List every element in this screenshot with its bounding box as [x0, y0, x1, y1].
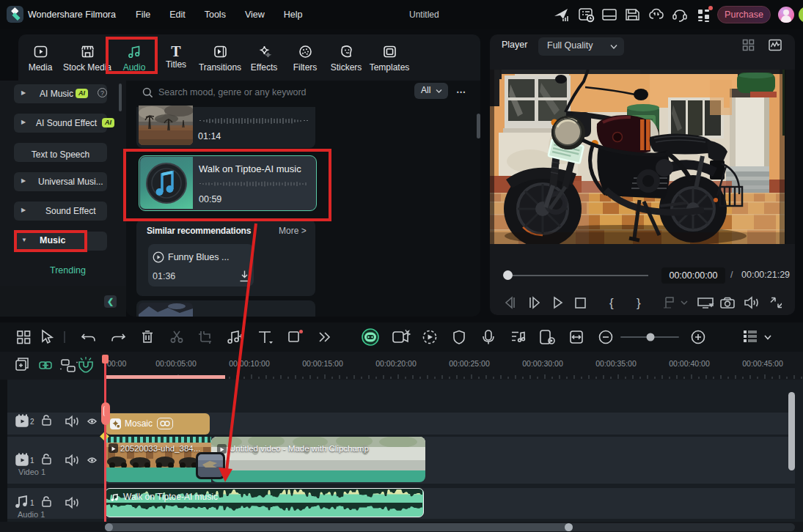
svg-text:00:00:10:00: 00:00:10:00 [229, 359, 270, 368]
svg-text:Video 1: Video 1 [18, 468, 45, 476]
svg-text:00:00: 00:00 [107, 359, 126, 368]
svg-text:Audio 1: Audio 1 [18, 510, 45, 519]
svg-text:00:00:20:00: 00:00:20:00 [375, 359, 417, 368]
svg-text:1: 1 [30, 499, 34, 507]
svg-text:1: 1 [30, 457, 34, 465]
svg-text:00:00:25:00: 00:00:25:00 [449, 359, 490, 368]
svg-text:00:00:35:00: 00:00:35:00 [595, 359, 637, 368]
svg-text:2: 2 [30, 418, 34, 426]
svg-text:00:00:15:00: 00:00:15:00 [302, 359, 343, 368]
svg-text:00:00:45:00: 00:00:45:00 [742, 359, 783, 368]
svg-text:}: } [637, 296, 641, 310]
svg-text:00:00:40:00: 00:00:40:00 [669, 359, 710, 368]
svg-text:{: { [609, 296, 614, 310]
svg-text:00:00:30:00: 00:00:30:00 [522, 359, 563, 368]
svg-text:00:00:05:00: 00:00:05:00 [155, 359, 197, 368]
